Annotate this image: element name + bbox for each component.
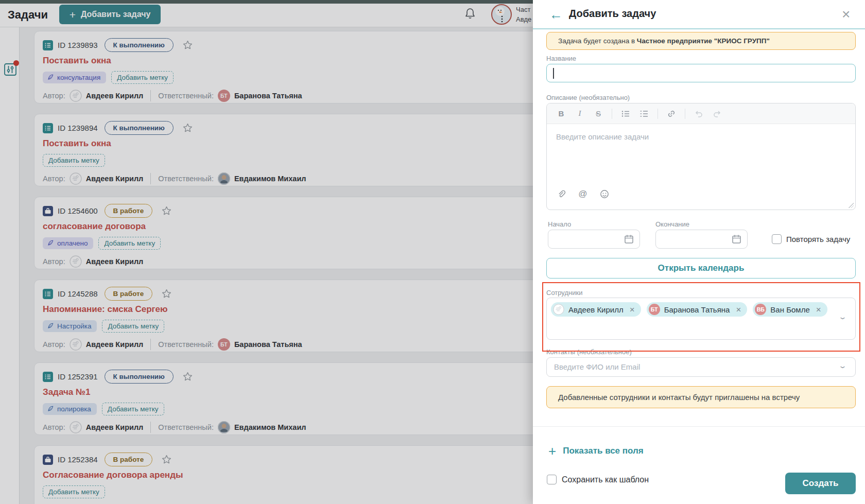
emoji-icon[interactable] [599,189,610,199]
link-icon[interactable] [666,109,677,119]
employee-chip: Авдеев Кирилл× [551,302,641,317]
employee-chip: БТБаранова Татьяна× [647,302,748,317]
undo-icon[interactable] [694,109,704,119]
save-template-checkbox[interactable] [547,475,557,484]
mention-icon[interactable]: @ [578,189,588,199]
employee-chip-name: Ван Бомле [770,305,809,314]
description-editor[interactable]: BIS Введите описание задачи @ [546,103,856,210]
save-template-option: Сохранить как шаблон [547,475,649,484]
name-label: Название [546,55,576,62]
close-icon[interactable]: × [842,6,850,23]
initials-avatar: БТ [649,304,660,315]
show-all-fields-button[interactable]: + Показать все поля [548,444,644,458]
sketch-avatar [553,304,564,315]
strikethrough-icon[interactable]: S [593,109,603,119]
contacts-placeholder: Введите ФИО или Email [554,362,640,371]
attach-icon[interactable] [556,189,566,199]
plus-icon: + [548,444,556,458]
org-banner: Задача будет создана в Частное предприят… [546,32,856,50]
remove-employee-icon[interactable]: × [736,305,741,314]
repeat-task-option: Повторять задачу [772,234,850,244]
redo-icon[interactable] [712,109,722,119]
create-button[interactable]: Создать [785,473,856,494]
save-template-label: Сохранить как шаблон [562,475,649,484]
contacts-label: Контакты (необязательное) [546,348,632,356]
calendar-icon[interactable] [732,234,741,244]
description-label: Описание (необязательно) [546,94,630,101]
start-date-input[interactable] [548,230,640,249]
toolbar-separator [658,109,658,119]
employees-multiselect[interactable]: Авдеев Кирилл×БТБаранова Татьяна×ВБВан Б… [546,298,856,340]
employee-chip-name: Баранова Татьяна [664,305,730,314]
end-date-input[interactable] [655,230,748,249]
invite-banner: Добавленные сотрудники и контакты будут … [546,386,856,408]
employee-chips: Авдеев Кирилл×БТБаранова Татьяна×ВБВан Б… [551,302,851,317]
app-root: Задачи + Добавить задачу Част Авде [0,0,865,504]
initials-avatar: ВБ [755,304,766,315]
ordered-list-icon[interactable] [639,109,649,119]
description-placeholder: Введите описание задачи [556,132,649,141]
calendar-icon[interactable] [624,234,634,244]
italic-icon[interactable]: I [575,109,585,119]
remove-employee-icon[interactable]: × [630,305,635,314]
footer-divider [533,426,865,427]
invite-banner-text: Добавленные сотрудники и контакты будут … [558,393,800,402]
contacts-input[interactable]: Введите ФИО или Email [546,357,856,377]
show-all-fields-label: Показать все поля [563,446,644,456]
drawer-header: ← Добавить задачу × [533,0,865,29]
remove-employee-icon[interactable]: × [816,305,821,314]
employee-chip-name: Авдеев Кирилл [568,305,624,314]
toolbar-separator [612,109,612,119]
repeat-task-label: Повторять задачу [786,235,850,244]
chevron-down-icon[interactable]: ⌄ [838,313,847,321]
editor-footer-icons: @ [556,189,610,199]
chevron-down-icon[interactable]: ⌄ [838,362,847,370]
editor-toolbar: BIS [547,103,855,124]
drawer-title: Добавить задачу [569,8,656,20]
open-calendar-button[interactable]: Открыть календарь [546,258,856,279]
toolbar-separator [685,109,685,119]
back-arrow-icon[interactable]: ← [549,6,563,23]
employee-chip: ВБВан Бомле× [753,302,827,317]
bold-icon[interactable]: B [556,109,566,119]
end-date-label: Окончание [655,220,689,228]
resize-handle[interactable] [849,203,854,208]
text-caret [553,68,554,79]
start-date-label: Начало [548,220,571,228]
employees-label: Сотрудники [546,289,582,297]
name-input[interactable] [546,64,856,82]
repeat-task-checkbox[interactable] [772,234,782,244]
org-banner-text: Задача будет создана в Частное предприят… [558,37,770,45]
add-task-drawer: ← Добавить задачу × Задача будет создана… [533,0,865,504]
bullet-list-icon[interactable] [620,109,631,119]
